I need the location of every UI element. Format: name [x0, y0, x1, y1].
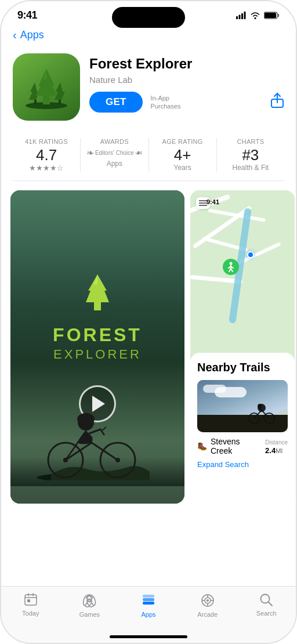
tab-arcade-label: Arcade — [197, 611, 218, 618]
editors-choice: ❧ Editors' Choice ❧ Apps — [85, 147, 143, 168]
svg-rect-48 — [27, 599, 30, 602]
screenshot-left[interactable]: FOREST EXPLORER — [10, 190, 184, 504]
svg-line-41 — [262, 410, 269, 418]
battery-icon — [264, 12, 280, 19]
laurel-wrap: ❧ Editors' Choice ❧ — [86, 147, 143, 158]
app-header: Forest Explorer Nature Lab GET In-App Pu… — [1, 48, 296, 130]
stats-row: 41K RATINGS 4.7 ★★★★☆ AWARDS ❧ Editors' … — [13, 130, 284, 181]
svg-rect-3 — [244, 12, 246, 19]
search-icon — [259, 592, 274, 607]
svg-rect-11 — [59, 100, 61, 104]
svg-line-62 — [269, 602, 273, 606]
share-button[interactable] — [270, 92, 284, 112]
trail-distance: Distance 2.4MI — [265, 438, 288, 455]
back-chevron-icon: ‹ — [13, 28, 17, 42]
apps-icon — [140, 592, 157, 609]
ratings-stars: ★★★★☆ — [17, 164, 75, 172]
ratings-value: 4.7 — [17, 147, 75, 162]
trail-name: Stevens Creek — [211, 437, 262, 455]
location-dot — [247, 251, 254, 258]
trail-cyclist — [247, 396, 276, 425]
cyclist-silhouette — [34, 405, 150, 480]
age-rating-value: 4+ — [154, 147, 212, 162]
get-button[interactable]: GET — [89, 92, 143, 113]
app-actions: GET In-App Purchases — [89, 92, 284, 113]
tab-arcade[interactable]: Arcade — [178, 592, 237, 618]
right-laurel-icon: ❧ — [135, 147, 143, 158]
screenshot-right[interactable]: 9:41 Nearby Trails — [190, 190, 295, 504]
tab-search-label: Search — [256, 610, 277, 617]
expand-search-link[interactable]: Expand Search — [197, 460, 288, 469]
svg-point-4 — [255, 17, 256, 19]
charts-label: CHARTS — [222, 138, 280, 145]
map-content: 9:41 — [190, 190, 295, 364]
trail-info-row: 🥾 Stevens Creek Distance 2.4MI — [197, 437, 288, 455]
home-indicator — [110, 635, 187, 638]
svg-rect-0 — [236, 16, 238, 19]
tab-search[interactable]: Search — [237, 592, 296, 617]
age-rating-sub: Years — [154, 164, 212, 172]
charts-stat: CHARTS #3 Health & Fit — [217, 138, 284, 172]
wifi-icon — [250, 12, 260, 20]
left-laurel-icon: ❧ — [86, 147, 94, 158]
svg-line-42 — [254, 410, 262, 418]
svg-rect-2 — [241, 13, 243, 19]
svg-rect-9 — [34, 100, 37, 104]
status-icons — [236, 12, 280, 20]
dynamic-island — [112, 7, 185, 28]
svg-marker-10 — [55, 82, 65, 100]
awards-sub: Apps — [107, 160, 122, 168]
awards-stat: AWARDS ❧ Editors' Choice ❧ Apps — [81, 138, 148, 172]
phone-frame: 9:41 — [0, 0, 297, 644]
ratings-label: 41K RATINGS — [17, 138, 75, 145]
nav-bar: ‹ Apps — [1, 25, 296, 48]
awards-label: AWARDS — [85, 138, 143, 145]
share-icon — [270, 92, 284, 108]
cloud-2 — [215, 387, 247, 397]
screenshots-row: FOREST EXPLORER — [1, 190, 296, 504]
svg-marker-8 — [29, 82, 39, 100]
svg-line-36 — [231, 269, 233, 272]
age-rating-stat: AGE RATING 4+ Years — [149, 138, 217, 172]
signal-icon — [236, 12, 247, 19]
svg-rect-52 — [143, 598, 154, 601]
svg-point-60 — [207, 599, 209, 602]
tab-apps[interactable]: Apps — [119, 592, 178, 618]
svg-point-31 — [230, 262, 233, 265]
svg-rect-53 — [143, 595, 154, 598]
app-name: Forest Explorer — [89, 56, 284, 73]
svg-rect-1 — [239, 15, 241, 20]
app-info: Forest Explorer Nature Lab GET In-App Pu… — [89, 53, 284, 113]
app-icon — [13, 53, 80, 121]
tab-today-label: Today — [22, 610, 39, 617]
tab-games-label: Games — [79, 611, 100, 618]
tab-apps-label: Apps — [141, 611, 155, 618]
age-rating-label: AGE RATING — [154, 138, 212, 145]
svg-line-23 — [92, 443, 118, 460]
menu-line-3 — [199, 205, 207, 206]
forest-tree-icon — [80, 272, 115, 313]
app-developer: Nature Lab — [89, 75, 284, 85]
charts-sub: Health & Fit — [222, 164, 280, 172]
svg-line-22 — [66, 443, 92, 460]
distance-label: Distance — [265, 439, 288, 446]
editors-badge: Editors' Choice — [95, 150, 134, 156]
tab-games[interactable]: Games — [60, 592, 119, 618]
tab-today[interactable]: Today — [1, 592, 60, 617]
arcade-icon — [200, 592, 216, 609]
charts-value: #3 — [222, 147, 280, 162]
menu-line-1 — [199, 200, 207, 201]
menu-line-2 — [199, 202, 207, 204]
ratings-stat: 41K RATINGS 4.7 ★★★★☆ — [13, 138, 81, 172]
ss-explorer-text: EXPLORER — [53, 347, 142, 362]
app-icon-trees — [23, 64, 70, 110]
svg-point-28 — [77, 413, 95, 425]
trail-hiker-icon: 🥾 — [197, 442, 207, 451]
games-icon — [81, 592, 97, 609]
ss-status-time: 9:41 — [207, 198, 219, 205]
in-app-purchases-label: In-App Purchases — [151, 94, 181, 111]
back-button[interactable]: ‹ Apps — [13, 28, 44, 42]
svg-line-30 — [102, 427, 106, 430]
status-bar: 9:41 — [1, 1, 296, 25]
nearby-trails-card: Nearby Trails — [190, 353, 295, 504]
